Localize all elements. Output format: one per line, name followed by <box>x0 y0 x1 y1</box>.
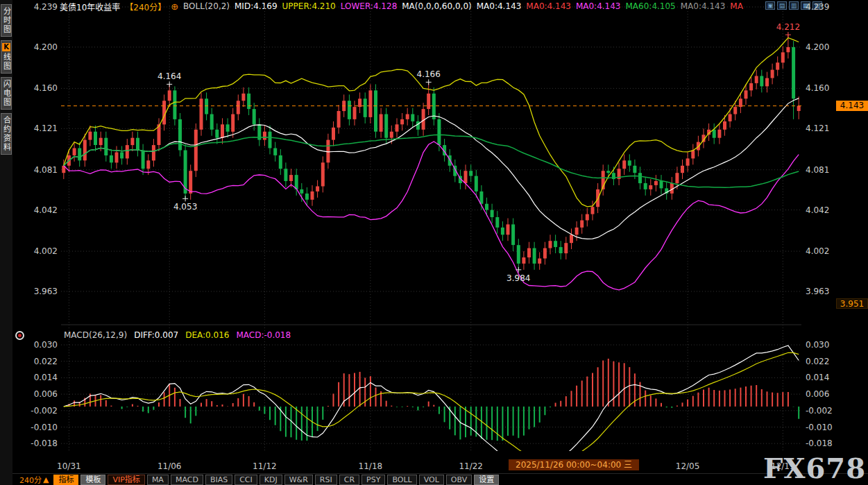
footer-tab-obv[interactable]: OBV <box>446 475 472 485</box>
macd-diff-line <box>64 346 799 469</box>
svg-text:4.081: 4.081 <box>34 165 58 175</box>
footer-tab-indicator[interactable]: 指标 <box>53 475 78 485</box>
marker-dot <box>18 334 22 337</box>
footer-tab-cci[interactable]: CCI <box>235 475 257 485</box>
macd-histogram <box>64 359 799 441</box>
svg-text:4.239: 4.239 <box>806 2 829 12</box>
footer-tab-bias[interactable]: BIAS <box>205 475 232 485</box>
svg-text:11/06: 11/06 <box>158 461 182 471</box>
footer-tab-wr[interactable]: W&R <box>284 475 313 485</box>
svg-text:4.121: 4.121 <box>806 124 829 133</box>
svg-text:3.963: 3.963 <box>34 287 58 296</box>
svg-text:-0.002: -0.002 <box>806 406 833 416</box>
svg-text:0.006: 0.006 <box>34 389 58 399</box>
footer-tab-vol[interactable]: VOL <box>419 475 444 485</box>
svg-text:12/05: 12/05 <box>676 461 700 471</box>
svg-text:4.002: 4.002 <box>34 246 58 256</box>
footer-tab-kdj[interactable]: KDJ <box>259 475 282 485</box>
trading-app-window: 分时图K线图闪电图合约资料 美债10年收益率 【240分】 ⊕ BOLL(20,… <box>0 0 868 485</box>
svg-text:-0.018: -0.018 <box>31 439 58 448</box>
period-label: 240分 <box>19 474 42 485</box>
low-marker-label: 3.951 <box>836 298 868 309</box>
svg-text:0.030: 0.030 <box>806 340 829 350</box>
footer-tab-vip-indicator[interactable]: VIP指标 <box>108 475 144 485</box>
footer-tabs: 指标模板VIP指标MAMACDBIASCCIKDJW&RRSICRPSYBOLL… <box>53 475 499 485</box>
indicator-toolbar: 240分 ▲ 指标模板VIP指标MAMACDBIASCCIKDJW&RRSICR… <box>12 473 868 485</box>
footer-tab-ma[interactable]: MA <box>147 475 169 485</box>
macd-legend-1: DIFF:0.007 <box>134 330 178 340</box>
macd-dea-line <box>64 352 799 461</box>
svg-text:4.053: 4.053 <box>173 202 197 212</box>
svg-text:0.014: 0.014 <box>34 373 58 382</box>
period-selector[interactable]: 240分 ▲ <box>19 474 49 485</box>
main-chart[interactable]: 4.1644.0534.1663.9844.2124.2394.2394.200… <box>0 0 868 485</box>
macd-legend-0: MACD(26,12,9) <box>64 330 127 340</box>
svg-text:4.166: 4.166 <box>417 69 441 79</box>
svg-text:0.022: 0.022 <box>806 357 829 366</box>
selected-time-label: 2025/11/26 00:00~04:00 三 <box>509 459 639 470</box>
boll-mid-line <box>64 99 799 239</box>
svg-text:-0.010: -0.010 <box>31 423 58 432</box>
svg-text:4.160: 4.160 <box>806 83 829 93</box>
svg-text:4.002: 4.002 <box>806 246 829 256</box>
svg-text:-0.002: -0.002 <box>31 406 58 416</box>
svg-text:3.963: 3.963 <box>806 287 829 296</box>
footer-tab-macd[interactable]: MACD <box>171 475 203 485</box>
svg-text:-0.010: -0.010 <box>806 423 833 432</box>
svg-text:4.042: 4.042 <box>34 205 58 215</box>
svg-text:10/31: 10/31 <box>57 461 81 471</box>
svg-text:11/18: 11/18 <box>359 461 383 471</box>
current-price-label: 4.143 <box>836 101 868 111</box>
svg-text:4.081: 4.081 <box>806 165 829 175</box>
footer-tab-psy[interactable]: PSY <box>361 475 385 485</box>
svg-text:4.160: 4.160 <box>34 83 58 93</box>
svg-text:0.006: 0.006 <box>806 389 829 399</box>
svg-text:11/12: 11/12 <box>253 461 277 471</box>
footer-tab-cr[interactable]: CR <box>339 475 359 485</box>
svg-text:11/22: 11/22 <box>459 461 483 471</box>
svg-text:0.014: 0.014 <box>806 373 829 382</box>
macd-legend-2: DEA:0.016 <box>185 330 229 340</box>
footer-tab-settings[interactable]: 设置 <box>474 475 499 485</box>
footer-tab-boll[interactable]: BOLL <box>387 475 416 485</box>
watermark: FX678 <box>763 454 866 482</box>
macd-legend: MACD(26,12,9)DIFF:0.007DEA:0.016MACD:-0.… <box>64 330 291 340</box>
svg-text:4.239: 4.239 <box>34 2 58 12</box>
svg-text:4.212: 4.212 <box>776 22 800 32</box>
footer-tab-rsi[interactable]: RSI <box>315 475 337 485</box>
footer-tab-template[interactable]: 模板 <box>80 475 105 485</box>
svg-text:4.200: 4.200 <box>34 42 58 52</box>
chevron-up-icon: ▲ <box>43 475 49 484</box>
macd-legend-3: MACD:-0.018 <box>236 330 291 340</box>
marker-circle-icon[interactable] <box>15 331 24 340</box>
svg-text:0.030: 0.030 <box>34 340 58 350</box>
svg-text:4.042: 4.042 <box>806 205 829 215</box>
svg-text:-0.018: -0.018 <box>806 439 833 448</box>
svg-text:4.200: 4.200 <box>806 42 829 52</box>
svg-text:3.984: 3.984 <box>507 273 530 283</box>
svg-text:0.022: 0.022 <box>34 357 58 366</box>
svg-text:4.121: 4.121 <box>34 124 58 133</box>
price-annotations: 4.1644.0534.1663.9844.212 <box>158 22 800 283</box>
svg-text:4.164: 4.164 <box>158 71 181 81</box>
